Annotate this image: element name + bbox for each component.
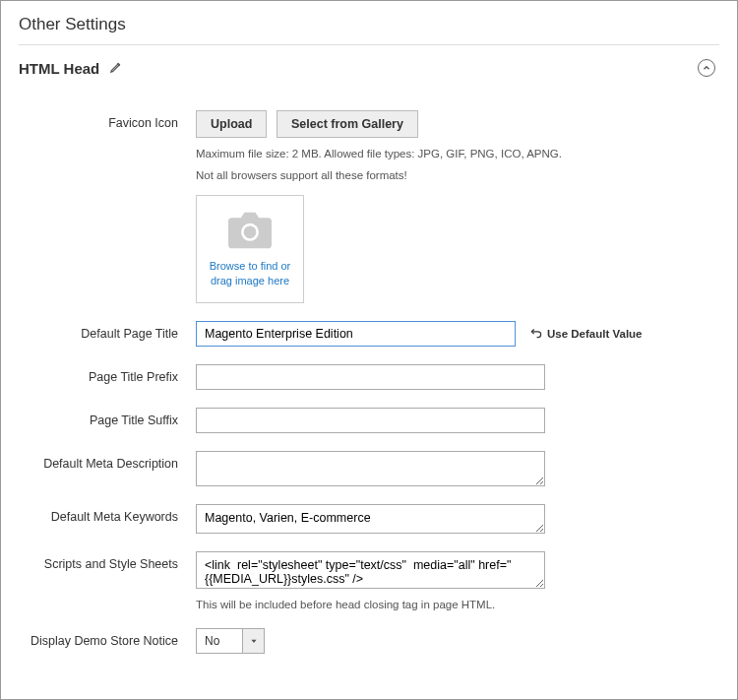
favicon-hint-2: Not all browsers support all these forma… [196, 169, 407, 181]
svg-marker-1 [251, 640, 256, 643]
favicon-uploader[interactable]: Browse to find or drag image here [196, 195, 304, 303]
prefix-input[interactable] [196, 364, 545, 390]
meta-keywords-label: Default Meta Keywords [19, 504, 196, 534]
uploader-text: Browse to find or drag image here [205, 259, 295, 287]
page-title-label: Default Page Title [19, 321, 196, 347]
demo-notice-select[interactable]: No [196, 628, 265, 654]
upload-button[interactable]: Upload [196, 110, 267, 138]
section-title: HTML Head [19, 60, 99, 77]
scripts-input[interactable] [196, 551, 545, 589]
meta-desc-label: Default Meta Description [19, 451, 196, 486]
use-default-label: Use Default Value [547, 328, 643, 340]
meta-keywords-input[interactable] [196, 504, 545, 534]
undo-icon [529, 326, 543, 342]
other-settings-heading: Other Settings [19, 11, 719, 45]
suffix-input[interactable] [196, 408, 545, 433]
demo-notice-label: Display Demo Store Notice [19, 628, 196, 654]
prefix-label: Page Title Prefix [19, 364, 196, 390]
suffix-label: Page Title Suffix [19, 408, 196, 433]
camera-icon [228, 211, 272, 253]
chevron-down-icon[interactable] [243, 628, 265, 654]
scripts-hint: This will be included before head closin… [196, 599, 495, 610]
scripts-label: Scripts and Style Sheets [19, 551, 196, 610]
use-default-link[interactable]: Use Default Value [529, 326, 643, 342]
favicon-label: Favicon Icon [19, 110, 196, 303]
demo-notice-value: No [196, 628, 243, 654]
favicon-hint-1: Maximum file size: 2 MB. Allowed file ty… [196, 148, 562, 159]
meta-desc-input[interactable] [196, 451, 545, 486]
select-gallery-button[interactable]: Select from Gallery [277, 110, 418, 138]
collapse-icon[interactable] [698, 59, 715, 77]
section-header: HTML Head [19, 45, 719, 83]
edit-icon[interactable] [109, 60, 123, 77]
svg-point-0 [242, 224, 257, 239]
page-title-input[interactable] [196, 321, 516, 347]
